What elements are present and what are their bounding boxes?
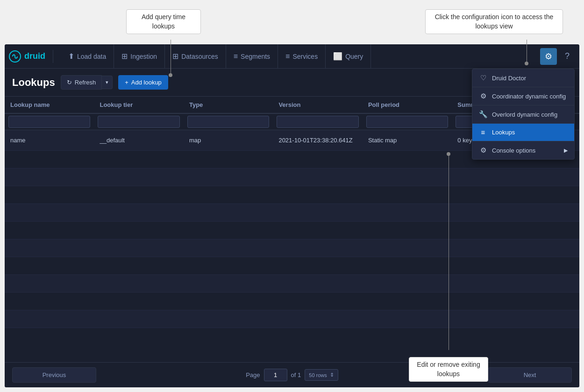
refresh-dropdown-button[interactable]: ▾ [102,76,113,89]
dropdown-label-console-options: Console options [492,147,535,154]
nav-item-load-data[interactable]: ⬆ Load data [61,44,114,68]
page-label: Page [246,371,260,378]
coordinator-icon: ⚙ [479,92,487,100]
filter-cell-type [184,113,273,130]
help-icon: ? [565,51,570,61]
previous-button[interactable]: Previous [12,367,96,383]
filter-input-lookup-name[interactable] [8,116,90,128]
config-dropdown-menu: ♡ Druid Doctor ⚙ Coordinator dynamic con… [472,69,575,160]
page-number-input[interactable] [264,369,287,381]
filter-input-type[interactable] [187,116,269,128]
cell-type: map [184,130,273,151]
app-container: druid ⬆ Load data ⊞ Ingestion ⊞ Datasour… [5,44,579,387]
plus-icon: + [125,79,128,86]
filter-input-lookup-tier[interactable] [98,116,179,128]
dropdown-label-lookups: Lookups [492,129,515,136]
lookups-menu-icon: ≡ [479,128,487,136]
refresh-icon: ↻ [67,79,72,86]
col-header-lookup-tier: Lookup tier [94,97,183,113]
table-row [5,257,579,275]
rows-per-page-select[interactable]: 50 rows ⇕ [305,369,338,381]
cell-poll-period: Static map [363,130,452,151]
col-header-version: Version [273,97,362,113]
refresh-button-group: ↻ Refresh ▾ [61,75,113,90]
druid-logo-icon [8,50,21,63]
gear-icon: ⚙ [545,51,552,62]
console-options-icon: ⚙ [479,146,487,154]
nav-items: ⬆ Load data ⊞ Ingestion ⊞ Datasources ≡ … [61,44,540,68]
nav-item-label-ingestion: Ingestion [130,53,157,60]
page-title: Lookups [12,77,55,89]
nav-item-label-segments: Segments [241,53,270,60]
nav-item-ingestion[interactable]: ⊞ Ingestion [114,44,165,68]
cell-lookup-name: name [5,130,94,151]
rows-value: 50 rows [309,372,327,378]
add-lookup-label: Add lookup [131,79,162,86]
query-icon: ⬜ [333,52,342,61]
table-row [5,293,579,310]
nav-item-label-query: Query [345,53,363,60]
table-body: name __default map 2021-10-01T23:38:20.6… [5,130,579,328]
tooltip-config-icon: Click the configuration icon to access t… [425,9,563,34]
nav-bar: druid ⬆ Load data ⊞ Ingestion ⊞ Datasour… [5,44,579,69]
nav-item-segments[interactable]: ≡ Segments [226,44,278,68]
dropdown-item-console-options[interactable]: ⚙ Console options ▶ [472,141,574,159]
nav-item-datasources[interactable]: ⊞ Datasources [165,44,226,68]
filter-input-poll-period[interactable] [366,116,448,128]
table-row [5,186,579,204]
nav-item-label-services: Services [292,53,318,60]
overlord-icon: 🔧 [479,110,487,119]
cell-lookup-tier: __default [94,130,183,151]
filter-input-version[interactable] [277,116,358,128]
chevron-right-icon: ▶ [564,147,568,154]
druid-doctor-icon: ♡ [479,74,487,82]
table-row [5,168,579,186]
previous-label: Previous [43,371,66,378]
dropdown-label-overlord: Overlord dynamic config [492,111,557,118]
refresh-button[interactable]: ↻ Refresh [61,75,102,90]
segments-icon: ≡ [234,52,238,61]
nav-right: ⚙ ? [540,48,576,65]
filter-cell-tier [94,113,183,130]
table-row [5,204,579,222]
help-icon-button[interactable]: ? [559,48,576,65]
rows-arrows-icon: ⇕ [330,372,334,378]
add-lookup-button[interactable]: + Add lookup [118,75,168,90]
filter-cell-version [273,113,362,130]
settings-icon-button[interactable]: ⚙ [540,48,557,65]
next-button[interactable]: Next [488,367,572,383]
filter-cell-name [5,113,94,130]
nav-item-services[interactable]: ≡ Services [278,44,326,68]
table-row [5,275,579,293]
table-footer: Previous Page of 1 50 rows ⇕ Next [5,362,579,387]
table-row [5,239,579,257]
dropdown-label-druid-doctor: Druid Doctor [492,75,526,82]
tooltip-add-query: Add query time lookups [126,9,201,34]
nav-item-query[interactable]: ⬜ Query [326,44,371,68]
dropdown-item-overlord-config[interactable]: 🔧 Overlord dynamic config [472,105,574,124]
nav-item-label-load-data: Load data [77,53,106,60]
load-data-icon: ⬆ [68,52,74,61]
nav-logo[interactable]: druid [8,50,53,63]
col-header-poll-period: Poll period [363,97,452,113]
next-label: Next [524,371,536,378]
dropdown-item-lookups[interactable]: ≡ Lookups [472,124,574,141]
dropdown-label-coordinator: Coordinator dynamic config [492,93,566,100]
table-row [5,222,579,239]
logo-text: druid [24,51,45,61]
dropdown-item-coordinator-config[interactable]: ⚙ Coordinator dynamic config [472,87,574,105]
refresh-label: Refresh [75,79,96,86]
services-icon: ≡ [285,52,290,61]
ingestion-icon: ⊞ [121,52,128,61]
filter-cell-poll [363,113,452,130]
nav-item-label-datasources: Datasources [181,53,218,60]
cell-version: 2021-10-01T23:38:20.641Z [273,130,362,151]
datasources-icon: ⊞ [172,52,178,61]
col-header-lookup-name: Lookup name [5,97,94,113]
table-row [5,310,579,328]
chevron-down-icon: ▾ [106,79,108,85]
col-header-type: Type [184,97,273,113]
pagination-center: Page of 1 50 rows ⇕ [246,369,338,381]
of-label: of 1 [291,371,301,378]
dropdown-item-druid-doctor[interactable]: ♡ Druid Doctor [472,69,574,87]
